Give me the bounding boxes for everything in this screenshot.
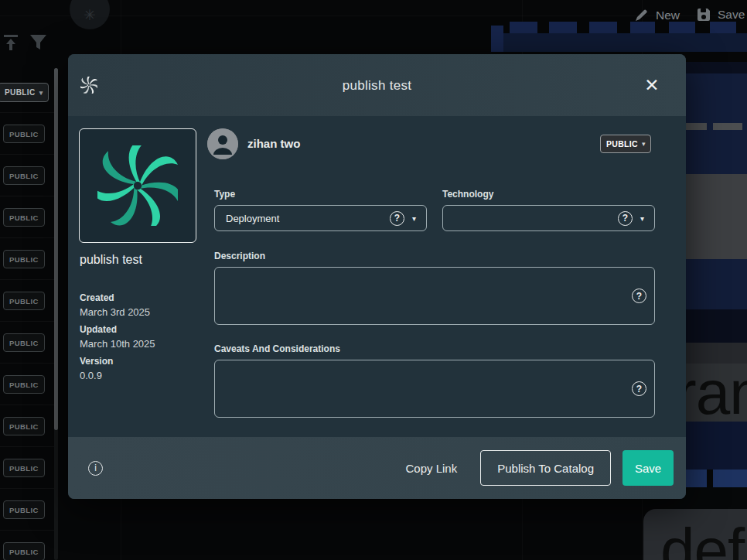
sidebar-card-list: PUBLIC ▾ PUBLICPUBLICPUBLICPUBLICPUBLICP… [0, 71, 54, 560]
public-badge: PUBLIC [3, 500, 45, 519]
chart-block [630, 22, 655, 33]
floppy-disk-icon [697, 8, 711, 22]
chart-block [710, 22, 736, 33]
chevron-down-icon: ▾ [640, 214, 644, 223]
public-badge: PUBLIC [3, 417, 45, 435]
public-badge: PUBLIC [3, 542, 45, 560]
created-label: Created [80, 292, 203, 303]
bg-panel [680, 422, 747, 470]
technology-select[interactable]: ? ▾ [442, 205, 655, 231]
save-diagram-button[interactable]: Save [697, 8, 745, 22]
info-icon[interactable]: i [88, 461, 103, 476]
visibility-dropdown-sidebar[interactable]: PUBLIC ▾ [0, 83, 49, 102]
help-icon[interactable]: ? [618, 211, 633, 226]
bg-card-title: defa [660, 515, 747, 560]
sidebar-row: PUBLIC [0, 447, 54, 489]
sidebar-row: PUBLIC [0, 405, 54, 447]
help-icon[interactable]: ? [390, 211, 404, 226]
asset-metadata: Created March 3rd 2025 Updated March 10t… [80, 286, 203, 386]
bg-panel [680, 62, 747, 73]
filter-icon[interactable] [29, 34, 47, 51]
type-label: Type [214, 189, 235, 200]
visibility-dropdown[interactable]: PUBLIC ▾ [600, 135, 651, 153]
owner-name: zihan two [247, 137, 300, 150]
chevron-down-icon: ▾ [412, 214, 416, 223]
save-button[interactable]: Save [622, 450, 674, 486]
asterisk-icon: ✳ [84, 8, 96, 22]
public-badge: PUBLIC [3, 250, 45, 268]
chart-block [589, 22, 617, 33]
asset-thumbnail [79, 128, 196, 243]
description-input[interactable] [214, 267, 655, 325]
visibility-value: PUBLIC [606, 139, 638, 149]
person-icon [207, 128, 238, 159]
version-value: 0.0.9 [80, 370, 203, 381]
type-select[interactable]: Deployment ? ▾ [214, 205, 427, 231]
sidebar-scrollbar-thumb[interactable] [54, 68, 58, 430]
public-badge: PUBLIC [3, 166, 45, 185]
app-root: ✳ PUBLIC ▾ PUBLICPUBLICPUBLICPUBLICPUBLI… [0, 0, 747, 560]
public-badge: PUBLIC [3, 292, 45, 310]
dialog-footer: i Copy Link Publish To Catalog Save [68, 437, 686, 499]
bg-panel [680, 259, 747, 309]
close-icon[interactable]: ✕ [641, 74, 663, 96]
public-badge: PUBLIC [3, 375, 45, 394]
bg-card: ran [679, 364, 747, 422]
import-icon[interactable] [3, 34, 19, 51]
help-icon[interactable]: ? [632, 381, 646, 396]
type-value: Deployment [226, 213, 390, 224]
public-badge: PUBLIC [3, 459, 45, 477]
bg-card: defa [643, 509, 747, 560]
sidebar-row: PUBLIC [0, 155, 54, 196]
visibility-dropdown-label: PUBLIC [5, 88, 36, 97]
sidebar-row: PUBLIC [0, 280, 54, 322]
pencil-icon [634, 8, 649, 22]
public-badge: PUBLIC [3, 208, 45, 227]
bg-panel [680, 343, 747, 364]
publish-dialog: publish test ✕ publish test Created Marc… [68, 54, 686, 499]
dialog-header: publish test ✕ [68, 54, 686, 116]
chart-block [549, 22, 577, 33]
copy-link-button[interactable]: Copy Link [405, 462, 457, 475]
caveats-field-wrap: ? [214, 360, 655, 418]
bg-text-bar [684, 123, 707, 130]
sidebar-row: PUBLIC [0, 196, 54, 238]
bg-text-bar [713, 123, 742, 130]
sidebar-row: PUBLIC [0, 238, 54, 280]
new-button[interactable]: New [634, 8, 680, 22]
bg-card-title: ran [679, 364, 747, 422]
caveats-input[interactable] [214, 360, 655, 418]
canvas-node-button[interactable]: ✳ [70, 0, 110, 29]
version-label: Version [80, 356, 203, 367]
bg-panel [680, 309, 747, 343]
public-badge: PUBLIC [3, 333, 45, 352]
public-badge: PUBLIC [3, 125, 45, 143]
chart-block [491, 26, 503, 52]
asset-name: publish test [80, 253, 142, 267]
help-icon[interactable]: ? [632, 289, 646, 303]
technology-label: Technology [442, 189, 493, 200]
avatar [207, 128, 238, 159]
sidebar-row: PUBLIC ▾ [0, 71, 54, 113]
sidebar-row: PUBLIC [0, 364, 54, 405]
sidebar-row: PUBLIC [0, 489, 54, 531]
bg-panel [680, 174, 747, 259]
dialog-title: publish test [68, 78, 686, 94]
chart-block [684, 470, 707, 487]
updated-label: Updated [80, 324, 203, 335]
caveats-label: Caveats And Considerations [214, 343, 340, 354]
chart-block [713, 470, 747, 487]
publish-to-catalog-button[interactable]: Publish To Catalog [480, 450, 611, 486]
new-button-label: New [656, 9, 680, 22]
chart-block [669, 22, 695, 33]
chart-band [503, 33, 747, 52]
chevron-down-icon: ▾ [642, 140, 646, 148]
asset-logo-icon [97, 145, 178, 226]
chevron-down-icon: ▾ [39, 89, 43, 97]
sidebar-row: PUBLIC [0, 322, 54, 364]
save-diagram-button-label: Save [718, 8, 745, 22]
chart-block [510, 22, 537, 33]
created-value: March 3rd 2025 [80, 306, 203, 318]
sidebar-row: PUBLIC [0, 113, 54, 155]
description-field-wrap: ? [214, 267, 655, 325]
